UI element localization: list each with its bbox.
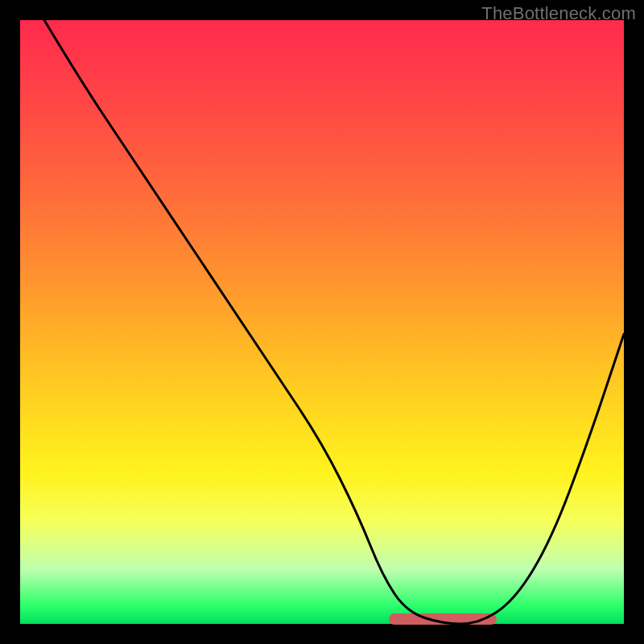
- plot-svg: [20, 20, 624, 624]
- plot-area: [20, 20, 624, 624]
- bottleneck-curve: [44, 20, 624, 624]
- watermark-text: TheBottleneck.com: [481, 3, 636, 24]
- chart-frame: TheBottleneck.com: [0, 0, 644, 644]
